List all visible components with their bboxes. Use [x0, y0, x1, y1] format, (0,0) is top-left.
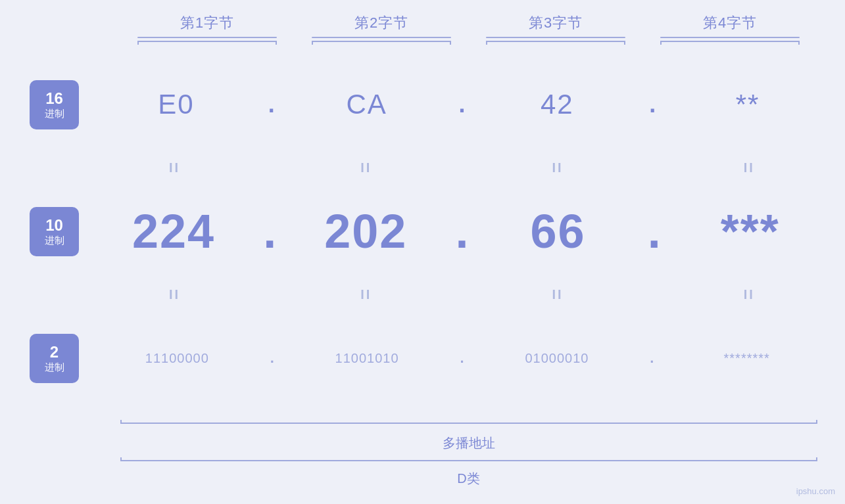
- bin-badge: 2 进制: [30, 334, 79, 383]
- col-header-3: 第3字节: [469, 13, 643, 38]
- hex-badge: 16 进制: [30, 80, 79, 129]
- dec-badge: 10 进制: [30, 207, 79, 256]
- bin-dot2: .: [460, 350, 464, 367]
- dec-oct2: 202: [323, 204, 408, 258]
- watermark: ipshu.com: [796, 486, 835, 496]
- equals-row-2: II II II II: [0, 287, 845, 302]
- dec-oct1: 224: [131, 204, 216, 258]
- bin-badge-num: 2: [50, 343, 59, 362]
- dec-oct4: ***: [708, 204, 793, 258]
- hex-oct3-group: 42: [467, 89, 648, 120]
- dec-badge-label: 进制: [45, 235, 64, 246]
- eq1-3: II: [552, 160, 564, 175]
- hex-oct4-group: **: [657, 89, 838, 120]
- dec-oct2-group: 202: [278, 204, 454, 258]
- dec-dot1: .: [263, 204, 276, 258]
- eq1-4: II: [744, 160, 755, 175]
- dec-badge-num: 10: [45, 216, 63, 235]
- bracket-bottom-1-wrap: 多播地址: [120, 420, 817, 457]
- bin-values: 11100000 . 11001010 . 01000010 . *******…: [79, 350, 845, 367]
- bracket-top-1: [120, 41, 295, 45]
- col-headers: 第1字节 第2字节 第3字节 第4字节: [120, 13, 817, 38]
- bracket-top-2: [295, 41, 469, 45]
- eq2-3: II: [552, 287, 564, 302]
- dec-oct3: 66: [516, 204, 601, 258]
- hex-dot2: .: [458, 91, 465, 118]
- hex-dot1: .: [268, 91, 275, 118]
- hex-dot3: .: [649, 91, 656, 118]
- hex-values: E0 . CA . 42 . **: [79, 89, 845, 120]
- hex-oct4: **: [705, 89, 790, 120]
- equals-area-2: II II II II: [79, 287, 845, 302]
- dec-row: 10 进制 224 . 202 . 66 . ***: [0, 175, 845, 287]
- hex-row: 16 进制 E0 . CA . 42 . **: [0, 49, 845, 160]
- equals-area-1: II II II II: [79, 160, 845, 175]
- equals-row-1: II II II II: [0, 160, 845, 175]
- bracket-tops: [120, 41, 817, 45]
- bracket-bottom-2: [120, 457, 817, 461]
- eq2-4: II: [744, 287, 755, 302]
- hex-oct2-group: CA: [276, 89, 458, 120]
- hex-badge-label: 进制: [45, 108, 64, 120]
- bin-oct4: ********: [704, 351, 790, 366]
- hex-oct1-group: E0: [85, 89, 267, 120]
- hex-oct2: CA: [324, 89, 410, 120]
- bracket-bottom-1: [120, 420, 817, 424]
- bracket-top-4: [643, 41, 817, 45]
- dec-values: 224 . 202 . 66 . ***: [79, 204, 845, 258]
- bracket-bottom-2-wrap: D类: [120, 457, 817, 491]
- col-header-1: 第1字节: [120, 13, 295, 38]
- dec-oct4-group: ***: [662, 204, 838, 258]
- dec-oct1-group: 224: [85, 204, 262, 258]
- dec-dot2: .: [455, 204, 468, 258]
- class-d-label: D类: [120, 467, 817, 491]
- bin-row: 2 进制 11100000 . 11001010 . 01000010 . **…: [0, 302, 845, 414]
- bottom-section: 多播地址 D类: [0, 417, 845, 491]
- hex-oct3: 42: [514, 89, 600, 120]
- multicast-label: 多播地址: [120, 429, 817, 457]
- col-header-4: 第4字节: [643, 13, 817, 38]
- hex-oct1: E0: [133, 89, 219, 120]
- bin-oct2-group: 11001010: [276, 351, 459, 366]
- bin-oct3-group: 01000010: [466, 351, 649, 366]
- col4-label: 第4字节: [703, 14, 757, 31]
- eq2-1: II: [169, 287, 180, 302]
- bracket-top-3: [469, 41, 643, 45]
- col2-label: 第2字节: [354, 14, 408, 31]
- col1-label: 第1字节: [180, 14, 234, 31]
- bin-oct1: 11100000: [134, 351, 220, 366]
- main-container: 第1字节 第2字节 第3字节 第4字节 16 进制 E0 . CA: [0, 0, 845, 504]
- col-header-2: 第2字节: [295, 13, 469, 38]
- bin-oct3: 01000010: [514, 351, 600, 366]
- bin-oct4-group: ********: [655, 351, 838, 366]
- eq1-2: II: [360, 160, 372, 175]
- dec-oct3-group: 66: [470, 204, 646, 258]
- hex-badge-num: 16: [45, 89, 63, 108]
- eq1-1: II: [169, 160, 180, 175]
- bin-oct1-group: 11100000: [85, 351, 269, 366]
- eq2-2: II: [360, 287, 372, 302]
- bin-dot1: .: [270, 350, 274, 367]
- bin-dot3: .: [650, 350, 654, 367]
- dec-dot3: .: [648, 204, 661, 258]
- bin-oct2: 11001010: [324, 351, 410, 366]
- bin-badge-label: 进制: [45, 361, 64, 373]
- col3-label: 第3字节: [529, 14, 583, 31]
